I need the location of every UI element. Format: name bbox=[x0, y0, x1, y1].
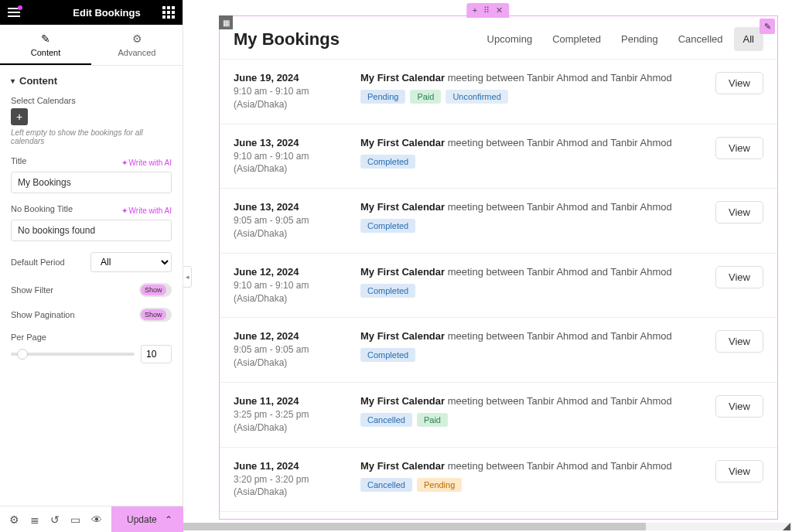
filter-tab-cancelled[interactable]: Cancelled bbox=[669, 27, 732, 51]
booking-body: My First Calendar meeting between Tanbir… bbox=[360, 395, 697, 435]
filter-tab-upcoming[interactable]: Upcoming bbox=[478, 27, 542, 51]
bookings-list: June 19, 2024 9:10 am - 9:10 am (Asia/Dh… bbox=[220, 60, 777, 520]
toggle-pill: Show bbox=[141, 285, 166, 295]
booking-title-row: My First Calendar meeting between Tanbir… bbox=[360, 137, 697, 148]
default-period-select[interactable]: All bbox=[90, 252, 172, 272]
status-tag: Unconfirmed bbox=[446, 90, 507, 104]
booking-tags: Completed bbox=[360, 219, 697, 233]
show-pagination-label: Show Pagination bbox=[11, 310, 75, 319]
booking-date: June 12, 2024 9:05 am - 9:05 am (Asia/Dh… bbox=[234, 330, 342, 370]
tab-content[interactable]: ✎ Content bbox=[0, 25, 91, 65]
sidebar-collapse-icon[interactable]: ◂ bbox=[183, 266, 192, 288]
booking-time: 9:05 am - 9:05 am bbox=[234, 214, 342, 227]
content-panel: ▾ Content Select Calendars + Left empty … bbox=[0, 66, 183, 506]
filter-tabs: UpcomingCompletedPendingCancelledAll bbox=[478, 27, 763, 51]
view-button[interactable]: View bbox=[715, 395, 763, 418]
section-header-content[interactable]: ▾ Content bbox=[11, 75, 172, 87]
view-button[interactable]: View bbox=[715, 201, 763, 223]
widgets-grid-icon[interactable] bbox=[162, 6, 175, 19]
close-icon[interactable]: ✕ bbox=[496, 5, 503, 15]
view-button[interactable]: View bbox=[715, 330, 763, 353]
booking-date-main: June 12, 2024 bbox=[234, 266, 342, 278]
tab-advanced[interactable]: ⚙ Advanced bbox=[91, 25, 183, 65]
field-default-period: Default Period All bbox=[11, 252, 172, 272]
scrollbar-thumb[interactable] bbox=[183, 523, 646, 530]
view-button[interactable]: View bbox=[715, 266, 763, 288]
booking-tags: Completed bbox=[360, 155, 697, 169]
menu-icon[interactable] bbox=[8, 8, 20, 17]
sparkle-icon: ✦ bbox=[121, 206, 128, 215]
calendar-name: My First Calendar bbox=[360, 137, 445, 148]
filter-tab-completed[interactable]: Completed bbox=[543, 27, 610, 51]
per-page-input[interactable] bbox=[141, 345, 172, 363]
booking-timezone: (Asia/Dhaka) bbox=[234, 421, 342, 435]
filter-tab-pending[interactable]: Pending bbox=[612, 27, 667, 51]
booking-date: June 19, 2024 9:10 am - 9:10 am (Asia/Dh… bbox=[234, 72, 342, 111]
booking-tags: Completed bbox=[360, 284, 697, 298]
horizontal-scrollbar[interactable] bbox=[183, 523, 792, 530]
booking-item: June 11, 2024 12:40 am - 12:40 am (Asia/… bbox=[220, 512, 777, 520]
tab-label: Advanced bbox=[118, 48, 156, 57]
booking-time: 3:20 pm - 3:20 pm bbox=[234, 473, 342, 486]
booking-tags: Completed bbox=[360, 348, 697, 362]
calendar-name: My First Calendar bbox=[360, 460, 445, 472]
no-booking-input[interactable] bbox=[11, 220, 172, 241]
bookings-header: My Bookings UpcomingCompletedPendingCanc… bbox=[220, 16, 777, 60]
column-handle-icon[interactable]: ▦ bbox=[219, 15, 233, 29]
add-section-icon[interactable]: + bbox=[473, 5, 477, 15]
booking-date-main: June 12, 2024 bbox=[234, 330, 342, 342]
preview-icon[interactable]: 👁 bbox=[91, 513, 102, 526]
booking-body: My First Calendar meeting between Tanbir… bbox=[360, 330, 697, 370]
tab-label: Content bbox=[31, 48, 61, 57]
sparkle-icon: ✦ bbox=[121, 159, 128, 167]
title-input[interactable] bbox=[11, 172, 172, 193]
calendar-name: My First Calendar bbox=[360, 72, 445, 84]
widget-handle: + ⠿ ✕ bbox=[466, 3, 509, 18]
booking-title-row: My First Calendar meeting between Tanbir… bbox=[360, 72, 697, 84]
field-no-booking-title: No Booking Title ✦Write with AI bbox=[11, 204, 172, 241]
booking-date: June 11, 2024 3:25 pm - 3:25 pm (Asia/Dh… bbox=[234, 395, 342, 435]
calendar-name: My First Calendar bbox=[360, 201, 445, 213]
bookings-title: My Bookings bbox=[234, 29, 340, 49]
booking-timezone: (Asia/Dhaka) bbox=[234, 356, 342, 370]
slider-thumb[interactable] bbox=[17, 349, 28, 360]
booking-date-main: June 11, 2024 bbox=[234, 395, 342, 407]
write-with-ai-link[interactable]: ✦Write with AI bbox=[121, 159, 172, 167]
resize-handle-icon[interactable] bbox=[783, 523, 790, 530]
show-filter-toggle[interactable]: Show bbox=[139, 283, 172, 297]
bottom-toolbar: ⚙ ≣ ↺ ▭ 👁 Update ⌃ bbox=[0, 506, 183, 532]
add-calendar-button[interactable]: + bbox=[11, 108, 28, 125]
update-button[interactable]: Update ⌃ bbox=[111, 506, 188, 532]
status-tag: Completed bbox=[360, 219, 415, 233]
topbar: Edit Bookings bbox=[0, 0, 183, 25]
status-tag: Cancelled bbox=[360, 413, 412, 427]
layers-icon[interactable]: ≣ bbox=[30, 513, 39, 526]
calendar-name: My First Calendar bbox=[360, 395, 445, 407]
view-button[interactable]: View bbox=[715, 460, 763, 483]
show-pagination-toggle[interactable]: Show bbox=[139, 308, 172, 322]
booking-body: My First Calendar meeting between Tanbir… bbox=[360, 460, 697, 500]
chevron-up-icon: ⌃ bbox=[165, 514, 172, 525]
booking-title-row: My First Calendar meeting between Tanbir… bbox=[360, 460, 697, 472]
status-tag: Paid bbox=[410, 90, 441, 104]
chevron-down-icon: ▾ bbox=[11, 77, 15, 85]
booking-date-main: June 13, 2024 bbox=[234, 137, 342, 148]
booking-title-row: My First Calendar meeting between Tanbir… bbox=[360, 201, 697, 213]
write-with-ai-link[interactable]: ✦Write with AI bbox=[121, 206, 172, 215]
field-select-calendars: Select Calendars + Left empty to show th… bbox=[11, 96, 172, 145]
drag-handle-icon[interactable]: ⠿ bbox=[483, 5, 490, 15]
view-button[interactable]: View bbox=[715, 137, 763, 159]
calendar-name: My First Calendar bbox=[360, 330, 445, 342]
history-icon[interactable]: ↺ bbox=[50, 513, 60, 526]
view-button[interactable]: View bbox=[715, 72, 763, 94]
booking-date: June 13, 2024 9:10 am - 9:10 am (Asia/Dh… bbox=[234, 137, 342, 176]
field-per-page: Per Page bbox=[11, 332, 172, 363]
edit-widget-icon[interactable]: ✎ bbox=[760, 19, 775, 34]
booking-time: 9:10 am - 9:10 am bbox=[234, 85, 342, 98]
settings-icon[interactable]: ⚙ bbox=[9, 513, 19, 526]
notification-dot bbox=[18, 5, 22, 10]
per-page-slider[interactable] bbox=[11, 353, 135, 356]
title-label: Title bbox=[11, 156, 26, 165]
booking-item: June 19, 2024 9:10 am - 9:10 am (Asia/Dh… bbox=[220, 60, 777, 124]
responsive-icon[interactable]: ▭ bbox=[70, 513, 80, 526]
